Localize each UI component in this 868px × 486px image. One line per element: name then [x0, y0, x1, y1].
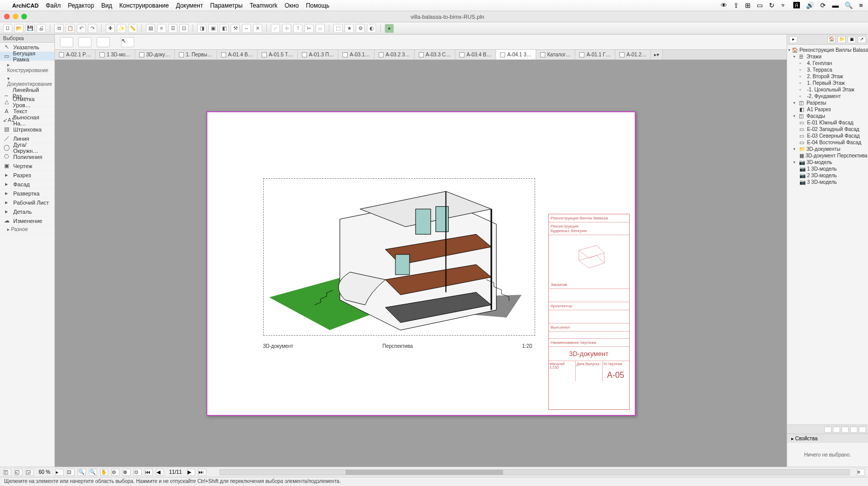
- bottom-menu[interactable]: ≡: [857, 469, 865, 476]
- page-last[interactable]: ⏭: [198, 469, 206, 476]
- navigator-tree[interactable]: ▾🏠Реконструкция Виллы Balassa ▾☰Этажи ▫4…: [787, 45, 868, 425]
- nav-project-map[interactable]: 🏠: [827, 36, 835, 43]
- zoom-next[interactable]: ⊙: [134, 469, 142, 476]
- tree-root[interactable]: ▾🏠Реконструкция Виллы Balassa: [788, 47, 867, 53]
- tree-3dmodel-2[interactable]: 📷2 3D-модель: [788, 172, 867, 179]
- page-next[interactable]: ▶: [187, 469, 195, 476]
- menu-help[interactable]: Помощь: [306, 2, 329, 9]
- tab-1[interactable]: 1 3D-мо…: [96, 50, 135, 59]
- tab-11[interactable]: A-04.1 3…: [496, 50, 536, 59]
- tree-3dmodel[interactable]: ▾📷3D-модель: [788, 159, 867, 166]
- tree-3dmodel-3[interactable]: 📷3 3D-модель: [788, 179, 867, 185]
- infobox-cursor[interactable]: ↖: [121, 37, 134, 47]
- tab-9[interactable]: A-03.3 C…: [415, 50, 455, 59]
- tab-5[interactable]: A-01.5 T…: [258, 50, 298, 59]
- lang-icon[interactable]: 🅰: [793, 2, 800, 9]
- nav-btn-2[interactable]: [833, 427, 840, 433]
- reference-button[interactable]: ▣: [208, 24, 218, 33]
- tool-worksheet[interactable]: ▸Рабочий Лист: [0, 198, 54, 207]
- volume-icon[interactable]: 🔊: [806, 2, 814, 9]
- trace-button[interactable]: ◨: [197, 24, 206, 33]
- tool-arc[interactable]: ◯Дуга/Окружн…: [0, 143, 54, 152]
- zoom-in[interactable]: 🔍: [78, 469, 86, 476]
- tree-story-2[interactable]: ▫2. Второй Этаж: [788, 73, 867, 80]
- tool-interior-elev[interactable]: ▸Развертка: [0, 189, 54, 198]
- tree-story-3[interactable]: ▫3. Терраса: [788, 67, 867, 73]
- tree-section-a1[interactable]: ◧A1 Разрез: [788, 106, 867, 113]
- paste-button[interactable]: 📋: [66, 24, 75, 33]
- tree-story-1[interactable]: ▫1. Первый Этаж: [788, 80, 867, 86]
- sync-icon[interactable]: ⟳: [820, 2, 826, 9]
- eye-icon[interactable]: 👁: [721, 2, 727, 9]
- tool-section[interactable]: ▸Разрез: [0, 171, 54, 180]
- grid-icon[interactable]: ⊞: [745, 2, 751, 9]
- tab-14[interactable]: A-01.2…: [615, 50, 651, 59]
- tab-3[interactable]: 1. Первы…: [175, 50, 217, 59]
- infobox-mode-2[interactable]: [78, 37, 91, 47]
- zoom-button[interactable]: [21, 14, 27, 19]
- favorites-button[interactable]: ★: [345, 24, 354, 33]
- scroll-thumb[interactable]: [346, 470, 503, 475]
- tab-8[interactable]: A-03.2 3…: [375, 50, 415, 59]
- tab-overflow[interactable]: ▸▾: [651, 50, 663, 59]
- group-misc[interactable]: ▸ Разное: [0, 225, 54, 234]
- help-button[interactable]: ●: [385, 24, 394, 33]
- story-button[interactable]: ☰: [168, 24, 177, 33]
- save-button[interactable]: 💾: [25, 24, 35, 33]
- page-first[interactable]: ⏮: [145, 469, 153, 476]
- zoom-fit[interactable]: ⊡: [67, 469, 75, 476]
- nav-btn-3[interactable]: [842, 427, 849, 433]
- zoom-100[interactable]: ⊕: [122, 469, 131, 476]
- menu-teamwork[interactable]: Teamwork: [250, 2, 277, 9]
- nav-mode-arrow[interactable]: ▸: [789, 36, 797, 43]
- zoom-prev[interactable]: ⊖: [111, 469, 119, 476]
- tab-2[interactable]: 3D-доку…: [135, 50, 175, 59]
- zoom-value[interactable]: 60 %: [37, 469, 52, 475]
- display-icon[interactable]: ▭: [757, 2, 763, 9]
- tree-elev-w[interactable]: ▭E-02 Западный Фасад: [788, 126, 867, 133]
- tab-7[interactable]: A-03.1…: [338, 50, 374, 59]
- scale-button[interactable]: ≡: [157, 24, 166, 33]
- tree-3ddocs[interactable]: ▾📁3D-документы: [788, 146, 867, 152]
- pan-button[interactable]: ✋: [100, 469, 108, 476]
- minimize-button[interactable]: [13, 14, 18, 19]
- tree-elev-s[interactable]: ▭E-01 Южный Фасад: [788, 119, 867, 126]
- page-prev[interactable]: ◀: [156, 469, 164, 476]
- marker-button[interactable]: ◧: [220, 24, 229, 33]
- tree-elevations[interactable]: ▾◫Фасады: [788, 113, 867, 119]
- grid-button[interactable]: ⊡: [179, 24, 189, 33]
- tool-label[interactable]: ↙A1Выносная На…: [0, 116, 54, 125]
- properties-header[interactable]: ▸ Свойства: [787, 434, 868, 443]
- flag-icon[interactable]: ▬: [832, 2, 839, 9]
- tree-sections[interactable]: ▾◫Разрезы: [788, 100, 867, 106]
- menu-design[interactable]: Конструирование: [119, 2, 169, 9]
- tab-10[interactable]: A-03.4 B…: [455, 50, 496, 59]
- search-icon[interactable]: 🔍: [845, 2, 853, 9]
- curve-button[interactable]: ⌓: [316, 24, 325, 33]
- text-tool-button[interactable]: ✕: [253, 24, 262, 33]
- quick-opt-3[interactable]: ◲: [25, 469, 34, 476]
- layout-canvas[interactable]: 3D-документ Перспектива 1:20 Реконструкц…: [55, 60, 787, 467]
- tool-detail[interactable]: ▸Деталь: [0, 207, 54, 216]
- tree-story-b[interactable]: ▫-2. Фундамент: [788, 93, 867, 100]
- quick-opt-2[interactable]: ◱: [14, 469, 22, 476]
- horizontal-scrollbar[interactable]: [220, 469, 850, 475]
- guide-button[interactable]: ⊺: [293, 24, 302, 33]
- energy-button[interactable]: ◐: [367, 24, 376, 33]
- tree-3dmodel-1[interactable]: 📷1 3D-модель: [788, 166, 867, 172]
- app-name[interactable]: ArchiCAD: [12, 3, 39, 9]
- tool-polyline[interactable]: ⎔Полилиния: [0, 152, 54, 161]
- menu-file[interactable]: Файл: [46, 2, 61, 9]
- close-button[interactable]: [4, 14, 10, 19]
- new-button[interactable]: 🗋: [3, 24, 12, 33]
- layers-button[interactable]: ▤: [146, 24, 155, 33]
- magic-wand-button[interactable]: ✨: [117, 24, 126, 33]
- zoom-arrow[interactable]: ▸: [55, 469, 64, 476]
- snap-button[interactable]: ⊹: [282, 24, 291, 33]
- offset-button[interactable]: ⊢: [304, 24, 314, 33]
- wifi-icon[interactable]: ᯤ: [781, 2, 787, 9]
- menu-document[interactable]: Документ: [176, 2, 203, 9]
- quick-opt-1[interactable]: ◫: [3, 469, 11, 476]
- tree-stories[interactable]: ▾☰Этажи: [788, 53, 867, 60]
- infobox-mode-1[interactable]: [60, 37, 73, 47]
